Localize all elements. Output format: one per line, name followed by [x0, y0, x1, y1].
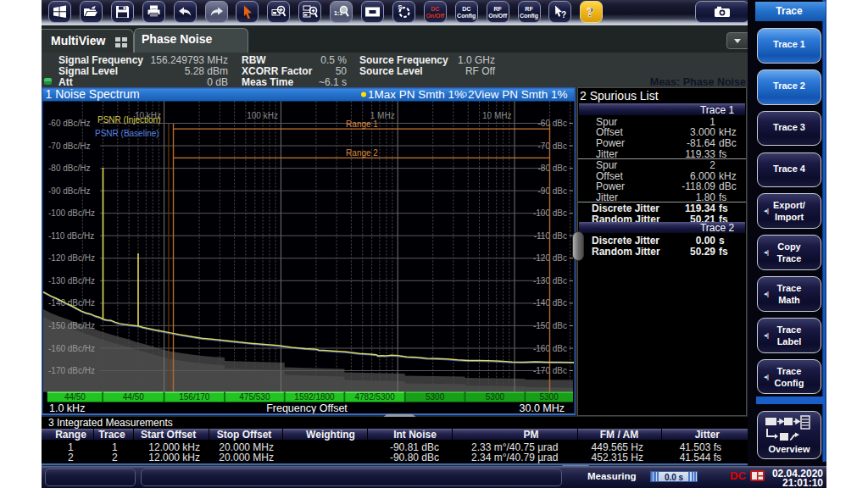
svg-text:44/50: 44/50	[64, 392, 86, 402]
svg-text:-60 dBc: -60 dBc	[538, 119, 567, 128]
svg-text:-120 dBc/Hz: -120 dBc/Hz	[48, 253, 95, 263]
svg-text:?: ?	[587, 4, 594, 20]
svg-text:-110 dBc/Hz: -110 dBc/Hz	[48, 231, 94, 241]
svg-text:100 kHz: 100 kHz	[247, 111, 278, 120]
svg-text:-150 dBc/Hz: -150 dBc/Hz	[48, 321, 95, 330]
svg-text:-80 dBc/Hz: -80 dBc/Hz	[48, 164, 90, 173]
svg-text:1592/1800: 1592/1800	[294, 392, 335, 402]
svg-text:Frequency Offset: Frequency Offset	[266, 402, 348, 414]
svg-text:5300: 5300	[426, 392, 445, 402]
svg-text:4782/5300: 4782/5300	[354, 392, 395, 402]
svg-text:-70 dBc: -70 dBc	[538, 141, 567, 151]
svg-text:1.0 kHz: 1.0 kHz	[49, 402, 85, 414]
svg-text:475/530: 475/530	[239, 392, 270, 402]
svg-text:5300: 5300	[486, 392, 505, 402]
svg-text:30.0 MHz: 30.0 MHz	[520, 402, 565, 414]
svg-text:Range 1: Range 1	[346, 119, 378, 129]
svg-text:-130 dBc/Hz: -130 dBc/Hz	[48, 276, 95, 286]
svg-text:156/170: 156/170	[179, 392, 210, 402]
svg-text:5300: 5300	[539, 392, 559, 402]
svg-text:-80 dBc: -80 dBc	[538, 164, 567, 173]
svg-text:-100 dBc/Hz: -100 dBc/Hz	[48, 208, 95, 218]
svg-text:-110 dBc: -110 dBc	[534, 231, 567, 241]
svg-text:1 Noise Spectrum: 1 Noise Spectrum	[46, 87, 140, 101]
svg-text:1Max PN Smth 1%: 1Max PN Smth 1%	[368, 88, 465, 101]
svg-text:-70 dBc/Hz: -70 dBc/Hz	[48, 141, 90, 151]
svg-text:44/50: 44/50	[123, 392, 144, 402]
svg-text:PSNR (Injection): PSNR (Injection)	[97, 115, 160, 125]
svg-text:-90 dBc/Hz: -90 dBc/Hz	[48, 186, 90, 196]
svg-text:2View PN Smth 1%: 2View PN Smth 1%	[468, 88, 568, 101]
svg-text:-160 dBc/Hz: -160 dBc/Hz	[48, 344, 95, 353]
svg-text:-60 dBc/Hz: -60 dBc/Hz	[48, 119, 90, 128]
svg-text:PSNR (Baseline): PSNR (Baseline)	[95, 129, 159, 138]
svg-text:10 MHz: 10 MHz	[482, 111, 511, 120]
svg-text:-170 dBc/Hz: -170 dBc/Hz	[48, 366, 95, 375]
svg-text:1 MHz: 1 MHz	[370, 111, 395, 120]
svg-text:S: S	[398, 3, 402, 11]
svg-text:?: ?	[561, 10, 566, 19]
svg-text:-90 dBc: -90 dBc	[538, 186, 567, 196]
svg-text:Range 2: Range 2	[346, 148, 378, 158]
